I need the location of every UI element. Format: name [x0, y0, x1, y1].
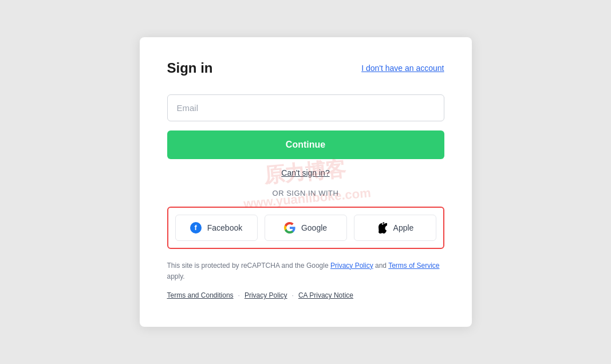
no-account-link[interactable]: I don't have an account [361, 64, 444, 73]
footer-links: Terms and Conditions · Privacy Policy · … [167, 291, 444, 299]
continue-button[interactable]: Continue [167, 130, 444, 159]
google-label: Google [301, 223, 327, 232]
email-field[interactable] [167, 94, 444, 121]
or-divider: OR SIGN IN WITH [167, 189, 444, 197]
privacy-policy-recaptcha-link[interactable]: Privacy Policy [330, 262, 373, 270]
page-background: 原力博客 www.yuanliboke.com Sign in I don't … [0, 0, 611, 364]
google-button[interactable]: Google [265, 215, 347, 241]
apple-label: Apple [393, 223, 414, 232]
facebook-button[interactable]: f Facebook [175, 215, 258, 241]
google-icon [284, 222, 295, 234]
dot-separator-2: · [292, 291, 294, 299]
card-header: Sign in I don't have an account [167, 60, 444, 76]
facebook-icon: f [190, 222, 202, 234]
facebook-label: Facebook [207, 223, 242, 232]
recaptcha-notice: This site is protected by reCAPTCHA and … [167, 260, 444, 282]
dot-separator-1: · [238, 291, 240, 299]
apple-button[interactable]: Apple [354, 215, 436, 241]
privacy-policy-link[interactable]: Privacy Policy [245, 291, 287, 299]
terms-conditions-link[interactable]: Terms and Conditions [167, 291, 234, 299]
terms-of-service-link[interactable]: Terms of Service [388, 262, 439, 270]
sign-in-card: 原力博客 www.yuanliboke.com Sign in I don't … [140, 37, 472, 327]
cant-sign-in-link[interactable]: Can't sign in? [167, 168, 444, 177]
apple-icon [376, 222, 388, 234]
ca-privacy-link[interactable]: CA Privacy Notice [298, 291, 353, 299]
page-title: Sign in [167, 60, 213, 76]
social-buttons-container: f Facebook Google [167, 207, 444, 249]
